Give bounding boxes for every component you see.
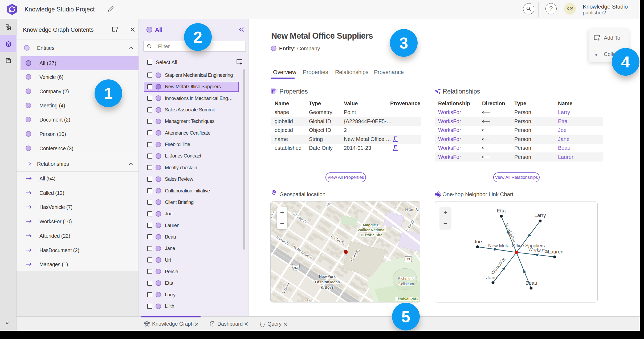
svg-text:33: 33 — [406, 257, 410, 261]
svg-text:Larry: Larry — [534, 212, 546, 218]
svg-text:Joe: Joe — [474, 239, 482, 244]
svg-text:& Boys: & Boys — [321, 285, 334, 289]
svg-text:Festival Park: Festival Park — [396, 297, 419, 301]
svg-text:250: 250 — [293, 266, 298, 269]
svg-text:Coliseum: Coliseum — [398, 282, 414, 286]
svg-text:Historic Site: Historic Site — [361, 233, 382, 237]
svg-text:WorksFor: WorksFor — [490, 256, 507, 276]
svg-text:Fashion Mens: Fashion Mens — [315, 280, 340, 284]
svg-text:Beau: Beau — [525, 280, 537, 286]
svg-text:Jane: Jane — [486, 275, 497, 280]
svg-text:Maggie L.: Maggie L. — [363, 223, 380, 227]
svg-text:N 3rd St: N 3rd St — [405, 208, 419, 212]
svg-text:Lauren: Lauren — [548, 249, 563, 255]
svg-text:New Metal Office Suppliers: New Metal Office Suppliers — [488, 243, 545, 248]
svg-text:Walker National: Walker National — [358, 228, 386, 232]
svg-text:Etta: Etta — [497, 208, 506, 213]
svg-text:Richmond: Richmond — [398, 276, 414, 281]
svg-text:WorksFor: WorksFor — [504, 223, 517, 244]
svg-text:New York: New York — [319, 275, 336, 279]
